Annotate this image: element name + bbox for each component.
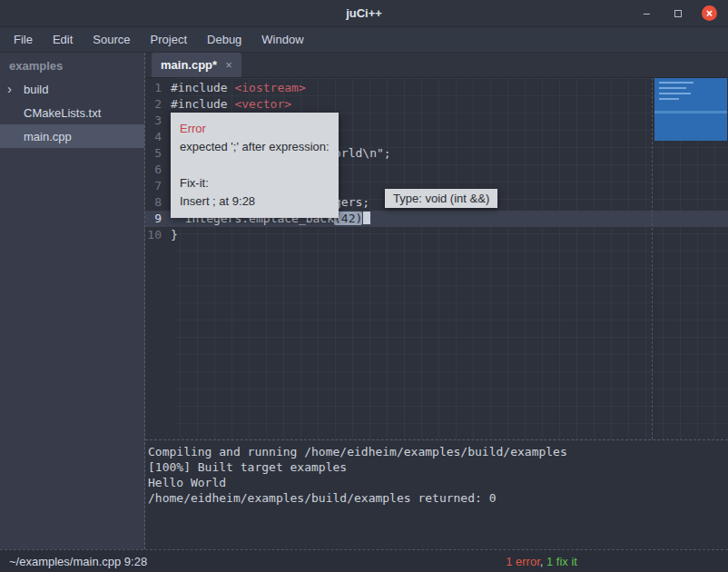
tree-item-label: main.cpp — [24, 130, 72, 143]
code-editor[interactable]: 1#include <iostream>2#include <vector>34… — [145, 78, 728, 439]
minimize-icon: − — [643, 6, 650, 21]
close-icon: × — [706, 7, 713, 20]
file-tree: ›buildCMakeLists.txtmain.cpp — [0, 77, 144, 148]
overview-map-line — [659, 87, 686, 89]
code-text: #include <iostream> — [169, 80, 306, 96]
type-tooltip: Type: void (int &&) — [385, 189, 497, 208]
terminal-line: Hello World — [148, 475, 728, 490]
body-panes: examples ›buildCMakeLists.txtmain.cpp ma… — [0, 53, 728, 549]
tab-bar: main.cpp* × — [145, 53, 728, 78]
error-message: expected ';' after expression: — [180, 138, 330, 156]
menu-window[interactable]: Window — [251, 28, 313, 51]
right-margin-line — [652, 78, 653, 439]
project-name-header: examples — [0, 53, 144, 77]
tooltip-spacer — [180, 156, 330, 174]
line-number: 6 — [145, 162, 169, 178]
juci-window: juCi++ − × FileEditSourceProjectDebugWin… — [0, 0, 728, 572]
code-line-2[interactable]: 2#include <vector> — [145, 96, 728, 113]
code-text: } — [169, 227, 178, 243]
diagnostic-tooltip: Error expected ';' after expression: Fix… — [171, 113, 339, 218]
status-fixit-count: 1 fix it — [546, 555, 577, 568]
menu-project[interactable]: Project — [141, 28, 197, 51]
terminal-line: /home/eidheim/examples/build/examples re… — [148, 490, 728, 506]
titlebar: juCi++ − × — [0, 0, 728, 27]
main-pane: main.cpp* × 1#include <iostream>2#includ… — [145, 53, 728, 549]
tree-item-label: CMakeLists.txt — [24, 106, 101, 120]
line-number: 5 — [145, 145, 169, 162]
tab-label: main.cpp* — [161, 58, 217, 72]
status-error-count: 1 error — [506, 555, 540, 568]
tab-main-cpp[interactable]: main.cpp* × — [152, 53, 241, 77]
overview-map[interactable] — [654, 78, 727, 141]
overview-map-line — [659, 98, 679, 100]
code-text: #include <vector> — [169, 96, 291, 113]
menu-source[interactable]: Source — [83, 28, 140, 51]
line-number: 7 — [145, 178, 169, 194]
fixit-label: Fix-it: — [180, 174, 330, 192]
close-button[interactable]: × — [702, 5, 717, 21]
status-bar: ~/examples/main.cpp 9:28 1 error, 1 fix … — [0, 549, 728, 572]
tree-item-cmakelists-txt[interactable]: CMakeLists.txt — [0, 101, 144, 124]
overview-map-line — [659, 93, 691, 94]
line-number: 1 — [145, 80, 169, 96]
window-title: juCi++ — [0, 6, 728, 20]
overview-map-band — [654, 111, 727, 113]
terminal-output[interactable]: Compiling and running /home/eidheim/exam… — [145, 439, 728, 549]
status-separator: , — [540, 555, 546, 568]
line-number: 8 — [145, 194, 169, 211]
tree-item-build[interactable]: ›build — [0, 77, 144, 101]
line-number: 10 — [145, 227, 169, 243]
overview-map-line — [659, 82, 694, 84]
fixit-text: Insert ; at 9:28 — [180, 192, 330, 211]
file-browser-sidebar: examples ›buildCMakeLists.txtmain.cpp — [0, 53, 145, 549]
tree-item-label: build — [24, 83, 48, 96]
maximize-button[interactable] — [670, 5, 686, 22]
code-line-10[interactable]: 10} — [145, 227, 728, 243]
menu-bar: FileEditSourceProjectDebugWindow — [0, 27, 728, 53]
terminal-line: Compiling and running /home/eidheim/exam… — [148, 444, 728, 459]
line-number: 9 — [145, 211, 169, 227]
status-diagnostics: 1 error, 1 fix it — [506, 555, 577, 568]
code-line-1[interactable]: 1#include <iostream> — [145, 80, 728, 96]
chevron-right-icon: › — [7, 83, 20, 95]
tab-close-icon[interactable]: × — [225, 58, 232, 72]
status-file-position: ~/examples/main.cpp 9:28 — [9, 555, 147, 568]
maximize-icon — [674, 10, 682, 17]
text-cursor — [363, 212, 370, 224]
tree-item-main-cpp[interactable]: main.cpp — [0, 124, 144, 148]
window-controls: − × — [638, 5, 728, 22]
line-number: 3 — [145, 113, 169, 129]
menu-file[interactable]: File — [4, 28, 43, 51]
menu-debug[interactable]: Debug — [197, 28, 251, 51]
minimize-button[interactable]: − — [638, 5, 654, 22]
line-number: 2 — [145, 96, 169, 113]
menu-edit[interactable]: Edit — [43, 28, 83, 51]
terminal-line: [100%] Built target examples — [148, 459, 728, 475]
error-title: Error — [180, 120, 330, 138]
line-number: 4 — [145, 129, 169, 145]
